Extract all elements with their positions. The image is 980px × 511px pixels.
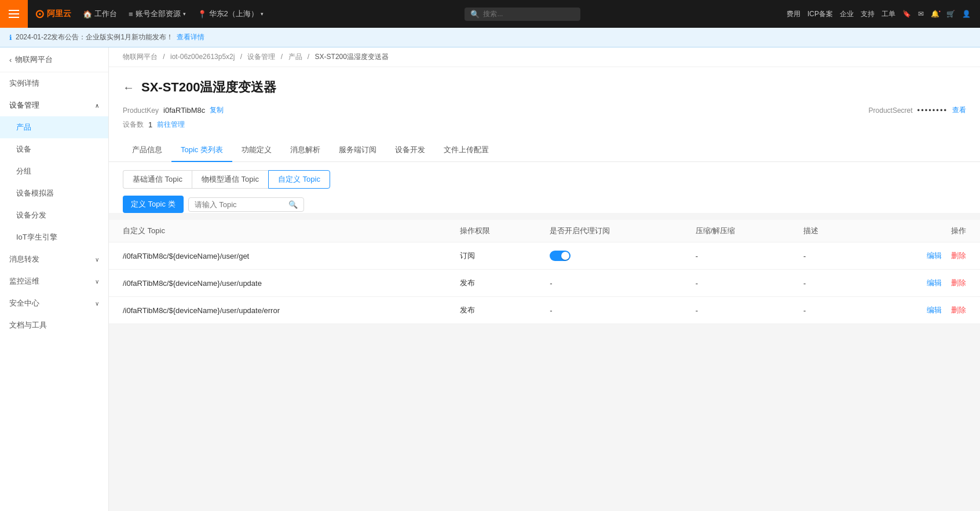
table-container: 自定义 Topic 操作权限 是否开启代理订阅 压缩/解压缩 描述 操作 /i0… [109,220,980,324]
top-nav: ⊙ 阿里云 🏠 工作台 ≡ 账号全部资源 ▾ 📍 华东2（上海） ▾ 🔍 费用 … [0,0,980,28]
search-field: 🔍 [188,197,304,212]
product-info-row: ProductKey i0faRTibM8c 复制 ProductSecret … [123,105,966,115]
toolbar: 定义 Topic 类 🔍 [123,196,966,213]
sidebar-item-device[interactable]: 设备 [0,138,108,160]
home-icon: 🏠 [83,10,92,19]
breadcrumb-item-current: SX-ST200温湿度变送器 [315,53,389,61]
tab-server-subscribe[interactable]: 服务端订阅 [330,139,386,162]
col-topic: 自定义 Topic [109,220,451,242]
tab-file-upload[interactable]: 文件上传配置 [434,139,498,162]
row0-compression: - [686,242,794,270]
breadcrumb-item-3[interactable]: 产品 [288,53,302,61]
row1-delete-button[interactable]: 删除 [951,278,966,287]
logo-icon: ⊙ [35,7,45,21]
sub-tab-basic[interactable]: 基础通信 Topic [123,170,192,189]
row2-delete-button[interactable]: 删除 [951,306,966,314]
sidebar-item-simulator[interactable]: 设备模拟器 [0,182,108,204]
chevron-down-icon-monitor: ∨ [95,278,99,285]
sidebar-item-security[interactable]: 安全中心 ∨ [0,292,108,314]
tab-message-parse[interactable]: 消息解析 [281,139,330,162]
mail-icon[interactable]: ✉ [918,10,924,18]
search-wrap: 🔍 [465,8,580,21]
page-back-arrow[interactable]: ← [123,81,134,94]
nav-workorder[interactable]: 工单 [882,9,895,19]
tab-topic-list[interactable]: Topic 类列表 [171,139,232,162]
table-body: /i0faRTibM8c/${deviceName}/user/get 订阅 -… [109,242,980,324]
row2-proxy: - [540,297,686,324]
tab-product-info[interactable]: 产品信息 [123,139,171,162]
tab-function-definition[interactable]: 功能定义 [232,139,281,162]
tab-device-dev[interactable]: 设备开发 [386,139,434,162]
back-chevron-icon: ‹ [9,56,12,64]
sidebar-item-product[interactable]: 产品 [0,116,108,138]
row2-permission: 发布 [451,297,540,324]
logo-area: ⊙ 阿里云 [28,7,78,21]
nav-workbench[interactable]: 🏠 工作台 [78,6,122,21]
hamburger-button[interactable] [0,0,28,28]
cart-icon[interactable]: 🛒 [946,10,955,18]
product-key-info: ProductKey i0faRTibM8c 复制 [123,105,224,115]
search-submit-icon[interactable]: 🔍 [288,200,298,209]
breadcrumb: 物联网平台 / iot-06z00e2613p5x2j / 设备管理 / 产品 … [109,47,980,67]
location-icon: 📍 [198,10,207,19]
user-icon[interactable]: 👤 [962,10,971,18]
row2-edit-button[interactable]: 编辑 [927,306,942,314]
row0-edit-button[interactable]: 编辑 [927,251,942,260]
sidebar-item-docs[interactable]: 文档与工具 [0,314,108,336]
breadcrumb-sep-3: / [308,53,309,61]
sidebar-item-message-forward[interactable]: 消息转发 ∨ [0,248,108,270]
announcement-link[interactable]: 查看详情 [177,32,204,42]
main-layout: ‹ 物联网平台 实例详情 设备管理 ∧ 产品 设备 分组 设备模拟器 设备分发 … [0,47,980,511]
row0-delete-button[interactable]: 删除 [951,251,966,260]
sidebar-item-device-management[interactable]: 设备管理 ∧ [0,94,108,116]
nav-region[interactable]: 📍 华东2（上海） ▾ [193,6,268,21]
breadcrumb-item-2[interactable]: 设备管理 [247,53,275,61]
sidebar-item-distribution[interactable]: 设备分发 [0,204,108,226]
row0-actions: 编辑 删除 [856,242,980,270]
bookmark-icon[interactable]: 🔖 [902,10,911,18]
search-nav-input[interactable] [483,10,575,18]
page-title: SX-ST200温湿度变送器 [141,79,277,96]
table-row: /i0faRTibM8c/${deviceName}/user/get 订阅 -… [109,242,980,270]
toggle-on[interactable] [550,251,571,261]
col-compression: 压缩/解压缩 [686,220,794,242]
nav-enterprise[interactable]: 企业 [840,9,854,19]
table-header: 自定义 Topic 操作权限 是否开启代理订阅 压缩/解压缩 描述 操作 [109,220,980,242]
nav-support[interactable]: 支持 [861,9,875,19]
sidebar-item-monitor[interactable]: 监控运维 ∨ [0,270,108,292]
product-key-copy[interactable]: 复制 [210,105,224,115]
nav-accounts[interactable]: ≡ 账号全部资源 ▾ [124,6,191,21]
announcement-bar: ℹ 2024-01-22发布公告：企业版实例1月新功能发布！ 查看详情 [0,28,980,47]
breadcrumb-sep-1: / [240,53,242,61]
device-count-action[interactable]: 前往管理 [157,120,185,130]
row1-edit-button[interactable]: 编辑 [927,278,942,287]
device-count-value: 1 [148,120,152,129]
product-secret-view[interactable]: 查看 [952,105,966,115]
col-permission: 操作权限 [451,220,540,242]
breadcrumb-sep-0: / [163,53,164,61]
hamburger-icon [9,10,19,18]
breadcrumb-item-0[interactable]: 物联网平台 [123,53,158,61]
sidebar-back[interactable]: ‹ 物联网平台 [0,47,108,72]
row2-compression: - [686,297,794,324]
topic-search-input[interactable] [195,200,288,209]
product-secret-value: •••••••• [917,106,948,115]
nav-fee[interactable]: 费用 [787,9,800,19]
sub-tab-thing-model[interactable]: 物模型通信 Topic [192,170,268,189]
sub-tab-custom[interactable]: 自定义 Topic [268,170,330,189]
search-nav-icon: 🔍 [470,10,480,19]
bell-icon[interactable]: 🔔• [931,10,939,18]
sidebar-item-iot-twin[interactable]: IoT孪生引擎 [0,226,108,248]
nav-icp[interactable]: ICP备案 [807,9,833,19]
sidebar-item-instance[interactable]: 实例详情 [0,72,108,94]
chevron-up-icon: ∧ [95,102,99,109]
logo-text: 阿里云 [47,9,71,19]
sidebar-item-group[interactable]: 分组 [0,160,108,182]
sub-tabs: 基础通信 Topic 物模型通信 Topic 自定义 Topic [123,170,966,189]
toggle-knob [561,252,569,260]
page-header: ← SX-ST200温湿度变送器 [123,79,966,96]
region-dropdown-icon: ▾ [261,11,264,17]
breadcrumb-item-1[interactable]: iot-06z00e2613p5x2j [170,53,235,61]
main-tabs: 产品信息 Topic 类列表 功能定义 消息解析 服务端订阅 设备开发 [109,139,980,162]
define-topic-button[interactable]: 定义 Topic 类 [123,196,184,213]
